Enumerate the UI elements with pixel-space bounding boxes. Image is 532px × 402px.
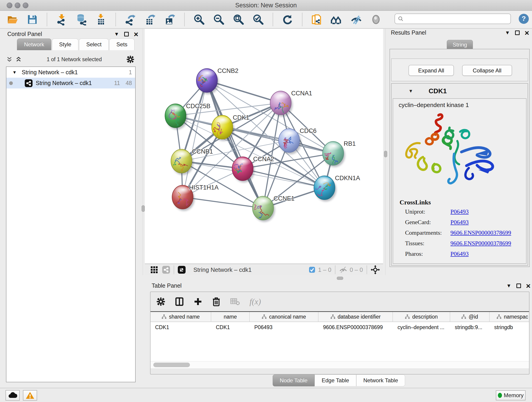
crosslink-link[interactable]: P06493 — [450, 250, 469, 257]
open-session-icon[interactable] — [6, 13, 19, 26]
edge-HIST1H1A-CCNE1[interactable] — [183, 197, 263, 208]
grid-view-icon[interactable] — [150, 266, 158, 274]
pan-crosshair-icon[interactable] — [371, 265, 380, 274]
show-columns-icon[interactable] — [175, 297, 184, 306]
column-header-canonical-name[interactable]: canonical name — [250, 312, 318, 322]
table-gear-icon[interactable] — [157, 297, 165, 306]
crosslink-link[interactable]: P06493 — [450, 208, 469, 215]
node-CDC25B[interactable] — [165, 104, 187, 129]
table-cell[interactable]: P06493 — [250, 322, 318, 332]
panel-float-icon[interactable] — [124, 32, 129, 36]
expand-all-button[interactable]: Expand All — [409, 65, 454, 76]
column-header-@id[interactable]: @id — [450, 312, 490, 322]
refresh-icon[interactable] — [281, 13, 294, 26]
panel-close-icon[interactable]: × — [525, 30, 529, 36]
selected-checkbox-icon[interactable] — [309, 267, 315, 273]
gene-section-header[interactable]: ▼ CDK1 — [392, 84, 528, 98]
tab-string[interactable]: String — [447, 40, 473, 50]
scrollbar-thumb[interactable] — [153, 363, 190, 367]
collection-expander-icon[interactable]: ▼ — [12, 70, 17, 75]
save-session-icon[interactable] — [26, 13, 38, 26]
right-splitter[interactable] — [383, 29, 388, 275]
export-image-icon[interactable] — [164, 13, 176, 26]
import-database-icon[interactable] — [75, 13, 88, 26]
table-cell[interactable]: 9606.ENSP00000378699 — [318, 322, 393, 332]
node-RB1[interactable] — [323, 141, 345, 167]
collapse-all-button[interactable]: Collapse All — [462, 65, 512, 76]
network-collection-row[interactable]: ▼ String Network – cdk1 1 — [6, 67, 135, 78]
column-header-namespac[interactable]: namespac — [490, 312, 530, 322]
tab-sets[interactable]: Sets — [109, 38, 134, 50]
cloud-button[interactable] — [6, 390, 20, 401]
table-cell[interactable]: stringdb:9... — [450, 322, 490, 332]
table-row[interactable]: CDK1CDK1P064939606.ENSP00000378699cyclin… — [151, 322, 529, 332]
node-CDKN1A[interactable] — [313, 176, 336, 201]
zoom-in-icon[interactable] — [193, 13, 205, 26]
show-all-eye-icon[interactable] — [370, 13, 382, 26]
zoom-out-icon[interactable] — [213, 13, 225, 26]
panel-close-icon[interactable]: × — [134, 31, 138, 37]
hidden-eye-icon[interactable] — [339, 266, 347, 273]
panel-close-icon[interactable]: × — [526, 283, 531, 289]
function-builder-icon[interactable]: f(x) — [249, 297, 261, 306]
tab-network-table[interactable]: Network Table — [356, 375, 405, 386]
network-canvas[interactable]: CCNB2CCNA1CDC25BCDK1CDC6RB1CCNB1CCNA2CDK… — [145, 29, 383, 264]
panel-menu-icon[interactable]: ▼ — [114, 32, 119, 37]
node-CCNB2[interactable] — [196, 69, 219, 94]
table-cell[interactable]: CDK1 — [151, 322, 211, 332]
panel-menu-icon[interactable]: ▼ — [505, 30, 510, 35]
help-button[interactable]: ? — [518, 13, 529, 25]
panel-menu-icon[interactable]: ▼ — [506, 283, 511, 288]
left-splitter-handle[interactable] — [142, 205, 145, 212]
panel-float-icon[interactable] — [515, 31, 520, 35]
tab-node-table[interactable]: Node Table — [273, 375, 315, 386]
search-input[interactable] — [404, 15, 503, 22]
network-badge-icon[interactable] — [162, 266, 170, 274]
table-horizontal-scrollbar[interactable] — [151, 361, 529, 368]
tab-edge-table[interactable]: Edge Table — [315, 375, 356, 386]
import-table-icon[interactable] — [95, 13, 107, 26]
section-collapse-icon[interactable]: ▼ — [409, 89, 413, 94]
export-table-icon[interactable] — [144, 13, 156, 26]
clone-network-icon[interactable] — [311, 13, 323, 26]
column-header-database-identifier[interactable]: database identifier — [318, 312, 393, 322]
right-splitter-handle[interactable] — [384, 151, 387, 157]
crosslink-link[interactable]: P06493 — [450, 219, 469, 226]
panel-float-icon[interactable] — [516, 283, 521, 288]
gear-icon[interactable] — [127, 56, 134, 63]
memory-button[interactable]: Memory — [496, 390, 526, 400]
import-network-icon[interactable] — [56, 13, 68, 26]
network-row-selected[interactable]: String Network – cdk1 11 48 — [6, 78, 135, 89]
horizontal-splitter[interactable] — [145, 275, 532, 281]
hide-selected-eye-icon[interactable] — [350, 13, 362, 26]
zoom-selected-icon[interactable] — [252, 13, 264, 26]
table-cell[interactable]: CDK1 — [211, 322, 250, 332]
network-graph[interactable]: CCNB2CCNA1CDC25BCDK1CDC6RB1CCNB1CCNA2CDK… — [145, 29, 383, 264]
node-CCNA2[interactable] — [232, 157, 254, 182]
horizontal-splitter-handle[interactable] — [337, 277, 343, 280]
delete-column-icon[interactable] — [212, 297, 221, 306]
node-CCNE1[interactable] — [252, 196, 275, 222]
tab-select[interactable]: Select — [79, 38, 109, 50]
delete-table-icon[interactable] — [230, 298, 240, 306]
table-panel-body: f(x) shared namenamecanonical namedataba… — [150, 292, 530, 375]
export-network-icon[interactable] — [124, 13, 137, 26]
node-CDK1[interactable] — [212, 115, 234, 141]
crosslink-link[interactable]: 9606.ENSP00000378699 — [450, 230, 511, 236]
collapse-all-icon[interactable] — [6, 56, 13, 63]
column-header-shared-name[interactable]: shared name — [151, 312, 211, 322]
zoom-fit-icon[interactable] — [232, 13, 245, 26]
tab-network[interactable]: Network — [17, 38, 51, 50]
fit-content-icon[interactable] — [178, 266, 186, 274]
table-cell[interactable]: stringdb — [490, 322, 530, 332]
crosslink-link[interactable]: 9606.ENSP00000378699 — [450, 240, 511, 247]
first-neighbors-icon[interactable] — [330, 13, 343, 26]
column-header-name[interactable]: name — [211, 312, 250, 322]
table-cell[interactable]: cyclin–dependent ... — [393, 322, 450, 332]
expand-all-icon[interactable] — [15, 56, 22, 63]
column-header-description[interactable]: description — [393, 312, 450, 322]
add-column-icon[interactable] — [194, 297, 202, 306]
edge-CCNB2-HIST1H1A[interactable] — [183, 80, 207, 197]
warnings-button[interactable] — [23, 390, 37, 401]
tab-style[interactable]: Style — [52, 38, 78, 50]
